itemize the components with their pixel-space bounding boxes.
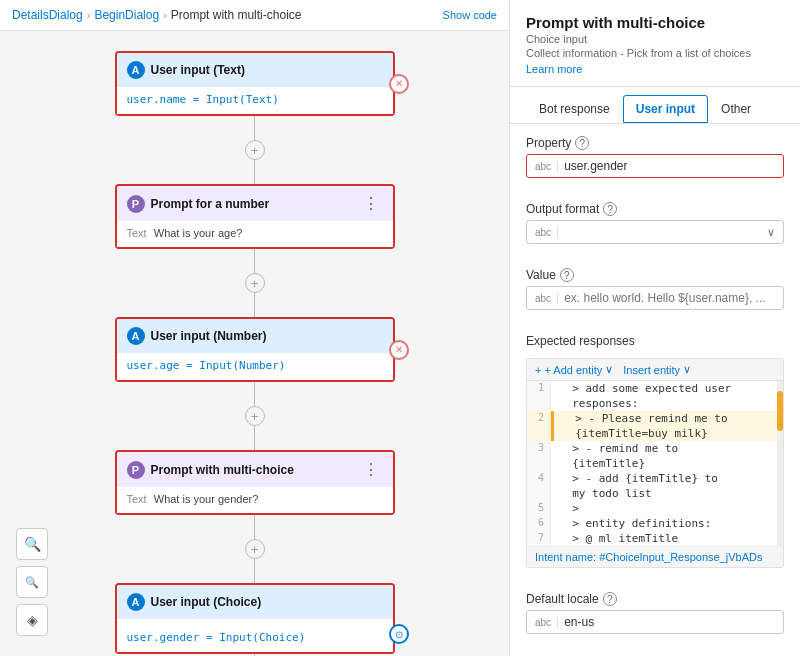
node-title-3: User input (Number): [151, 329, 383, 343]
scrollbar[interactable]: [777, 381, 783, 546]
node-body-2: Text What is your age?: [117, 221, 393, 247]
property-help-icon[interactable]: ?: [575, 136, 589, 150]
value-input-row: abc: [526, 286, 784, 310]
side-dot-3[interactable]: ✕: [389, 340, 409, 360]
flow-node-5: A User input (Choice) user.gender = Inpu…: [30, 583, 479, 656]
breadcrumb: DetailsDialog › BeginDialog › Prompt wit…: [12, 8, 301, 22]
node-code-1: user.name = Input(Text): [127, 93, 279, 106]
side-dot-1[interactable]: ✕: [389, 74, 409, 94]
right-panel: Prompt with multi-choice Choice input Co…: [510, 0, 800, 656]
show-code-button[interactable]: Show code: [443, 9, 497, 21]
node-icon-2: P: [127, 195, 145, 213]
code-line-1b: responses:: [527, 396, 783, 411]
node-code-3: user.age = Input(Number): [127, 359, 286, 372]
right-header: Prompt with multi-choice Choice input Co…: [510, 0, 800, 87]
connector-2b: [254, 293, 255, 317]
intent-name-link[interactable]: Intent name: #ChoiceInput_Response_jVbAD…: [527, 546, 783, 567]
output-format-chevron[interactable]: ∨: [767, 226, 775, 239]
node-header-5: A User input (Choice): [117, 585, 393, 619]
node-body-4: Text What is your gender?: [117, 487, 393, 513]
connector-3: [254, 382, 255, 406]
output-format-help-icon[interactable]: ?: [603, 202, 617, 216]
node-card-user-input-number[interactable]: A User input (Number) user.age = Input(N…: [115, 317, 395, 382]
code-line-1: 1 > add some expected user: [527, 381, 783, 396]
value-help-icon[interactable]: ?: [560, 268, 574, 282]
zoom-in-button[interactable]: 🔍: [16, 528, 48, 560]
connector-1b: [254, 160, 255, 184]
add-entity-chevron[interactable]: ∨: [605, 363, 613, 376]
value-section: Value ? abc: [510, 256, 800, 310]
code-line-2: 2 > - Please remind me to: [527, 411, 783, 426]
breadcrumb-current: Prompt with multi-choice: [171, 8, 302, 22]
plus-connector-4[interactable]: +: [245, 539, 265, 559]
code-line-2b: {itemTitle=buy milk}: [527, 426, 783, 441]
node-code-5: user.gender = Input(Choice): [127, 631, 306, 644]
property-label: Property ?: [526, 136, 784, 150]
node-menu-4[interactable]: ⋮: [359, 460, 383, 479]
expected-responses-section: Expected responses: [510, 322, 800, 358]
plus-connector-2[interactable]: +: [245, 273, 265, 293]
property-input[interactable]: [564, 159, 775, 173]
add-entity-button[interactable]: + + Add entity ∨: [535, 363, 613, 376]
left-panel: DetailsDialog › BeginDialog › Prompt wit…: [0, 0, 510, 656]
default-locale-help-icon[interactable]: ?: [603, 592, 617, 606]
code-line-3b: {itemTitle}: [527, 456, 783, 471]
code-line-7: 7 > @ ml itemTitle: [527, 531, 783, 546]
node-with-dots-5: A User input (Choice) user.gender = Inpu…: [115, 583, 395, 654]
breadcrumb-sep-2: ›: [163, 9, 167, 21]
code-line-4: 4 > - add {itemTitle} to: [527, 471, 783, 486]
plus-connector-3[interactable]: +: [245, 406, 265, 426]
add-entity-icon: +: [535, 364, 541, 376]
node-title-5: User input (Choice): [151, 595, 383, 609]
code-line-5: 5 >: [527, 501, 783, 516]
breadcrumb-sep-1: ›: [87, 9, 91, 21]
learn-more-link[interactable]: Learn more: [526, 63, 582, 75]
connector-4b: [254, 559, 255, 583]
node-menu-2[interactable]: ⋮: [359, 194, 383, 213]
node-card-prompt-multi-choice[interactable]: P Prompt with multi-choice ⋮ Text What i…: [115, 450, 395, 515]
node-body-5: user.gender = Input(Choice): [117, 619, 393, 652]
default-locale-input[interactable]: [564, 615, 775, 629]
output-format-input-row: abc ∨: [526, 220, 784, 244]
output-format-label: Output format ?: [526, 202, 784, 216]
breadcrumb-begin-dialog[interactable]: BeginDialog: [94, 8, 159, 22]
tab-other[interactable]: Other: [708, 95, 764, 123]
node-with-dots-3: A User input (Number) user.age = Input(N…: [115, 317, 395, 382]
node-header-3: A User input (Number): [117, 319, 393, 353]
breadcrumb-details-dialog[interactable]: DetailsDialog: [12, 8, 83, 22]
tabs-bar: Bot response User input Other: [510, 87, 800, 124]
node-card-user-input-text[interactable]: A User input (Text) user.name = Input(Te…: [115, 51, 395, 116]
node-card-prompt-number[interactable]: P Prompt for a number ⋮ Text What is you…: [115, 184, 395, 249]
property-input-prefix: abc: [535, 161, 558, 172]
code-lines: 1 > add some expected user responses: 2 …: [527, 381, 783, 546]
tab-bot-response[interactable]: Bot response: [526, 95, 623, 123]
node-card-user-input-choice[interactable]: A User input (Choice) user.gender = Inpu…: [115, 583, 395, 654]
connector-1: [254, 116, 255, 140]
insert-entity-chevron[interactable]: ∨: [683, 363, 691, 376]
node-title-1: User input (Text): [151, 63, 383, 77]
zoom-out-button[interactable]: 🔍: [16, 566, 48, 598]
node-title-4: Prompt with multi-choice: [151, 463, 353, 477]
connector-2: [254, 249, 255, 273]
plus-connector-1[interactable]: +: [245, 140, 265, 160]
insert-entity-button[interactable]: Insert entity ∨: [623, 363, 691, 376]
default-locale-prefix: abc: [535, 617, 558, 628]
flow-node-3: A User input (Number) user.age = Input(N…: [30, 317, 479, 450]
code-area: + + Add entity ∨ Insert entity ∨ 1 > add…: [526, 358, 784, 568]
side-dot-5[interactable]: ⊙: [389, 624, 409, 644]
value-label: Value ?: [526, 268, 784, 282]
default-locale-input-row: abc: [526, 610, 784, 634]
code-line-4b: my todo list: [527, 486, 783, 501]
node-with-dots-1: A User input (Text) user.name = Input(Te…: [115, 51, 395, 116]
node-body-1: user.name = Input(Text): [117, 87, 393, 114]
code-line-6: 6 > entity definitions:: [527, 516, 783, 531]
output-format-input[interactable]: [564, 225, 767, 239]
node-icon-1: A: [127, 61, 145, 79]
expected-responses-label: Expected responses: [526, 334, 784, 348]
fit-view-button[interactable]: ◈: [16, 604, 48, 636]
node-label-2: Text: [127, 227, 147, 239]
value-prefix: abc: [535, 293, 558, 304]
value-input[interactable]: [564, 291, 775, 305]
tab-user-input[interactable]: User input: [623, 95, 708, 123]
node-header-1: A User input (Text): [117, 53, 393, 87]
